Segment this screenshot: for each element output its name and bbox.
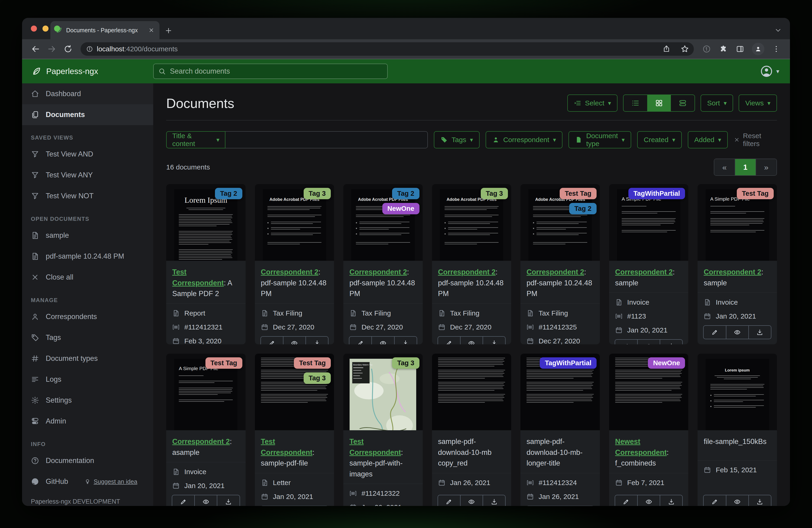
document-type[interactable]: Report [172,309,240,317]
document-title[interactable]: Newest Correspondent: f_combineds [609,430,688,473]
correspondent-link[interactable]: Correspondent 2 [526,268,584,276]
document-thumbnail[interactable] [432,354,511,430]
sidebar-item-test-view-any[interactable]: Test View ANY [22,165,153,186]
address-bar[interactable]: localhost:4200/documents [81,42,694,56]
correspondent-link[interactable]: Correspondent 2 [349,268,407,276]
download-button[interactable] [660,340,682,344]
preview-button[interactable] [283,337,305,345]
document-title[interactable]: Correspondent 2: pdf-sample 10.24.48 PM [343,261,423,304]
archive-serial-number[interactable]: #112412322 [349,489,417,497]
app-brand[interactable]: Paperless-ngx [22,66,153,76]
sidebar-item-dashboard[interactable]: Dashboard [22,83,153,104]
new-tab-button[interactable] [164,27,173,34]
bookmark-star-icon[interactable] [680,45,689,53]
preview-button[interactable] [726,326,749,339]
filter-created-button[interactable]: Created▾ [637,131,682,148]
document-thumbnail[interactable]: Test TagTag 2 Adobe Acrobat PDF Files [520,184,600,261]
pagination-first-button[interactable]: « [714,159,735,175]
document-thumbnail[interactable]: Lorem ipsum [698,354,777,430]
download-button[interactable] [749,495,771,506]
download-button[interactable] [483,495,505,506]
created-date[interactable]: Dec 27, 2020 [349,323,417,331]
document-card-9[interactable]: Test TagTag 3 Test Correspondent: sample… [255,354,334,506]
select-dropdown-button[interactable]: Select ▾ [567,95,618,112]
preview-button[interactable] [460,495,483,506]
created-date[interactable]: Jan 20, 2021 [704,312,771,320]
sidebar-item-test-view-and[interactable]: Test View AND [22,144,153,165]
document-thumbnail[interactable]: TagWithPartial [520,354,600,430]
correspondent-link[interactable]: Correspondent 2 [261,268,318,276]
document-thumbnail[interactable]: Tag 2NewOne Adobe Acrobat PDF Files [343,184,423,261]
preview-button[interactable] [460,337,483,345]
tag-badge-tag-3[interactable]: Tag 3 [481,188,508,199]
tag-badge-tag-2[interactable]: Tag 2 [569,203,597,214]
created-date[interactable]: Dec 27, 2020 [261,323,328,331]
document-title[interactable]: Correspondent 2: asample [166,430,246,462]
document-thumbnail[interactable]: Tag 2 Lorem Ipsum [166,184,246,261]
edit-button[interactable] [172,495,194,506]
document-thumbnail[interactable]: TagWithPartial A Simple PDF File [609,184,688,261]
document-card-2[interactable]: Tag 3 Adobe Acrobat PDF Files Correspond… [255,184,334,344]
sidebar-item-tags[interactable]: Tags [22,327,153,348]
tag-badge-test-tag[interactable]: Test Tag [560,188,597,199]
edit-button[interactable] [349,337,372,345]
document-thumbnail[interactable]: Test TagTag 3 [255,354,334,430]
document-card-4[interactable]: Tag 3 Adobe Acrobat PDF Files Correspond… [432,184,511,344]
sidebar-item-logs[interactable]: Logs [22,369,153,390]
back-button[interactable] [31,44,40,54]
window-minimize-button[interactable] [43,26,48,32]
edit-button[interactable] [261,337,283,345]
sidebar-item-admin[interactable]: Admin [22,411,153,432]
tab-close-icon[interactable] [148,27,154,33]
forward-button[interactable] [47,44,56,54]
edit-button[interactable] [438,337,460,345]
views-dropdown-button[interactable]: Views ▾ [739,95,777,112]
correspondent-link[interactable]: Test Correspondent [261,438,313,456]
correspondent-link[interactable]: Correspondent 2 [438,268,496,276]
sidebar-item-close-all[interactable]: Close all [22,267,153,288]
document-thumbnail[interactable]: Tag 3 Boundary Waters Trip [343,354,423,430]
sidebar-item-documents[interactable]: Documents [22,104,153,125]
document-card-8[interactable]: Test Tag A Simple PDF File Correspondent… [166,354,246,506]
edit-button[interactable] [615,340,637,344]
sidebar-item-test-view-not[interactable]: Test View NOT [22,186,153,206]
created-date[interactable]: Jan 20, 2021 [349,503,417,506]
edit-button[interactable] [704,495,726,506]
document-card-6[interactable]: TagWithPartial A Simple PDF File Corresp… [609,184,688,344]
sidebar-item-correspondents[interactable]: Correspondents [22,306,153,327]
tag-badge-tag-3[interactable]: Tag 3 [304,188,331,199]
search-input[interactable] [170,67,382,76]
download-button[interactable] [305,337,328,345]
document-title[interactable]: sample-pdf-download-10-mb copy_red [432,430,511,473]
document-thumbnail[interactable]: NewOne [609,354,688,430]
tag-badge-tag-2[interactable]: Tag 2 [215,188,242,199]
sidebar-item-settings[interactable]: Settings [22,390,153,411]
tag-badge-tagwithpartial[interactable]: TagWithPartial [540,357,597,369]
share-icon[interactable] [662,45,671,53]
filter-correspondent-button[interactable]: Correspondent▾ [485,131,563,148]
extensions-puzzle-icon[interactable] [719,45,728,53]
document-type[interactable]: Invoice [704,298,771,306]
archive-serial-number[interactable]: #112412321 [172,323,240,331]
suggest-an-idea-link[interactable]: Suggest an idea [84,478,137,485]
tag-badge-newone[interactable]: NewOne [382,203,419,214]
pagination-last-button[interactable]: » [756,159,777,175]
sidebar-item-document-types[interactable]: Document types [22,348,153,369]
page-info-icon[interactable] [86,45,93,53]
created-date[interactable]: Jan 20, 2021 [261,493,328,501]
tag-badge-newone[interactable]: NewOne [648,357,685,369]
document-card-10[interactable]: Tag 3 Boundary Waters Trip Test Correspo… [343,354,423,506]
tag-badge-test-tag[interactable]: Test Tag [205,357,242,369]
reload-button[interactable] [63,44,73,54]
created-date[interactable]: Feb 15, 2021 [704,466,771,474]
document-thumbnail[interactable]: Tag 3 Adobe Acrobat PDF Files [255,184,334,261]
document-card-11[interactable]: sample-pdf-download-10-mb copy_red Jan 2… [432,354,511,506]
side-panel-icon[interactable] [736,45,744,53]
correspondent-link[interactable]: Test Correspondent [349,438,401,456]
document-card-3[interactable]: Tag 2NewOne Adobe Acrobat PDF Files Corr… [343,184,423,344]
document-type[interactable]: Tax Filing [526,309,594,317]
document-card-5[interactable]: Test TagTag 2 Adobe Acrobat PDF Files Co… [520,184,600,344]
correspondent-link[interactable]: Test Correspondent [172,268,224,287]
browser-menu-icon[interactable] [772,45,781,53]
filter-text-input[interactable] [226,131,428,148]
